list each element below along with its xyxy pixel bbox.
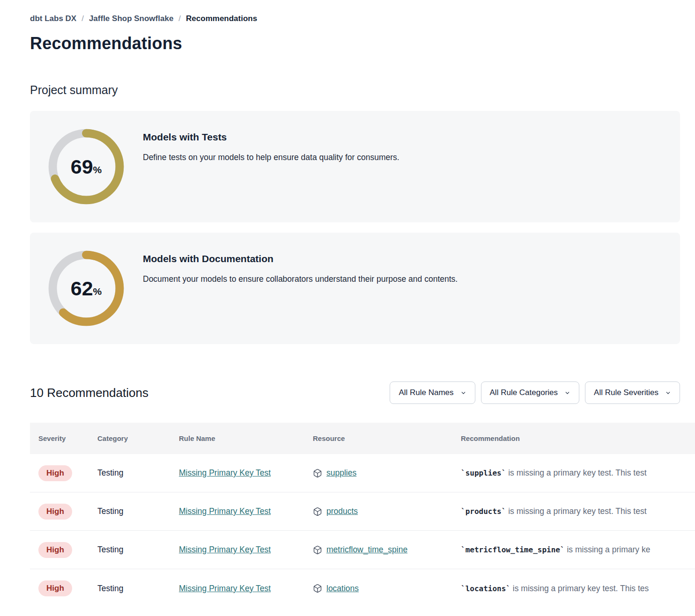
column-header-recommendation: Recommendation [461,434,695,442]
recommendation-text: is missing a primary key test. This test [506,506,646,516]
card-description: Document your models to ensure collabora… [143,274,458,284]
filter-bar: All Rule Names All Rule Categories All R… [390,381,680,404]
severity-badge: High [38,580,72,596]
breadcrumb: dbt Labs DX / Jaffle Shop Snowflake / Re… [30,14,695,23]
donut-percent-sign: % [93,164,102,176]
donut-percentage: 69% [46,127,126,206]
filter-label: All Rule Categories [490,388,558,397]
card-title: Models with Tests [143,132,399,143]
filter-label: All Rule Names [399,388,453,397]
category-cell: Testing [97,584,179,594]
donut-percent-sign: % [93,286,102,297]
rule-name-link[interactable]: Missing Primary Key Test [179,584,271,593]
breadcrumb-item-org[interactable]: dbt Labs DX [30,14,76,23]
recommendation-cell: `locations` is missing a primary key tes… [461,584,695,594]
rule-name-link[interactable]: Missing Primary Key Test [179,545,271,554]
model-box-icon [313,584,322,593]
page-title: Recommendations [30,34,695,53]
recommendations-page: dbt Labs DX / Jaffle Shop Snowflake / Re… [0,0,695,608]
card-text-block: Models with Documentation Document your … [143,253,458,284]
recommendation-code: `supplies` [461,469,506,477]
category-cell: Testing [97,545,179,555]
column-header-category: Category [97,434,179,442]
resource-cell: products [313,506,461,516]
chevron-down-icon [665,390,671,396]
severity-badge: High [38,542,72,558]
filter-label: All Rule Severities [594,388,658,397]
recommendation-code: `locations` [461,584,510,593]
breadcrumb-separator: / [81,14,84,23]
resource-link[interactable]: products [326,506,358,516]
card-text-block: Models with Tests Define tests on your m… [143,132,399,162]
chevron-down-icon [564,390,570,396]
recommendations-table: Severity Category Rule Name Resource Rec… [30,423,695,608]
resource-link[interactable]: supplies [326,468,356,478]
chevron-down-icon [460,390,466,396]
table-row: High Testing Missing Primary Key Test lo… [30,569,695,608]
model-box-icon [313,507,322,516]
category-cell: Testing [97,468,179,478]
summary-card-models-with-documentation: 62% Models with Documentation Document y… [30,233,680,344]
severity-badge: High [38,465,72,481]
table-row: High Testing Missing Primary Key Test pr… [30,492,695,531]
donut-percent-value: 62 [71,279,93,299]
table-row: High Testing Missing Primary Key Test me… [30,531,695,569]
recommendations-count-heading: 10 Recommendations [30,386,148,400]
column-header-resource: Resource [313,434,461,442]
column-header-severity: Severity [38,434,97,442]
recommendation-cell: `products` is missing a primary key test… [461,506,695,516]
summary-card-models-with-tests: 69% Models with Tests Define tests on yo… [30,111,680,222]
rule-name-link[interactable]: Missing Primary Key Test [179,506,271,516]
resource-link[interactable]: metricflow_time_spine [326,545,407,555]
model-box-icon [313,469,322,478]
recommendation-text: is missing a primary ke [565,545,651,554]
docs-donut-chart: 62% [46,249,126,328]
recommendation-code: `metricflow_time_spine` [461,545,565,554]
project-summary-heading: Project summary [30,83,695,97]
recommendations-header: 10 Recommendations All Rule Names All Ru… [30,381,680,404]
rule-name-link[interactable]: Missing Primary Key Test [179,468,271,477]
breadcrumb-item-current: Recommendations [186,14,257,23]
table-header-row: Severity Category Rule Name Resource Rec… [30,423,695,454]
donut-percentage: 62% [46,249,126,328]
recommendation-text: is missing a primary key test. This tes [510,584,649,593]
table-row: High Testing Missing Primary Key Test su… [30,454,695,492]
recommendation-code: `products` [461,507,506,516]
card-description: Define tests on your models to help ensu… [143,153,399,162]
column-header-rule-name: Rule Name [179,434,313,442]
breadcrumb-item-project[interactable]: Jaffle Shop Snowflake [89,14,173,23]
recommendation-text: is missing a primary key test. This test [506,468,646,477]
tests-donut-chart: 69% [46,127,126,206]
rule-categories-filter-dropdown[interactable]: All Rule Categories [481,381,580,404]
card-title: Models with Documentation [143,253,458,264]
rule-severities-filter-dropdown[interactable]: All Rule Severities [585,381,680,404]
recommendation-cell: `metricflow_time_spine` is missing a pri… [461,545,695,555]
resource-link[interactable]: locations [326,584,359,594]
breadcrumb-separator: / [178,14,181,23]
resource-cell: locations [313,584,461,594]
rule-names-filter-dropdown[interactable]: All Rule Names [390,381,475,404]
resource-cell: supplies [313,468,461,478]
category-cell: Testing [97,506,179,516]
model-box-icon [313,545,322,555]
donut-percent-value: 69 [71,157,93,177]
recommendation-cell: `supplies` is missing a primary key test… [461,468,695,478]
severity-badge: High [38,504,72,520]
resource-cell: metricflow_time_spine [313,545,461,555]
